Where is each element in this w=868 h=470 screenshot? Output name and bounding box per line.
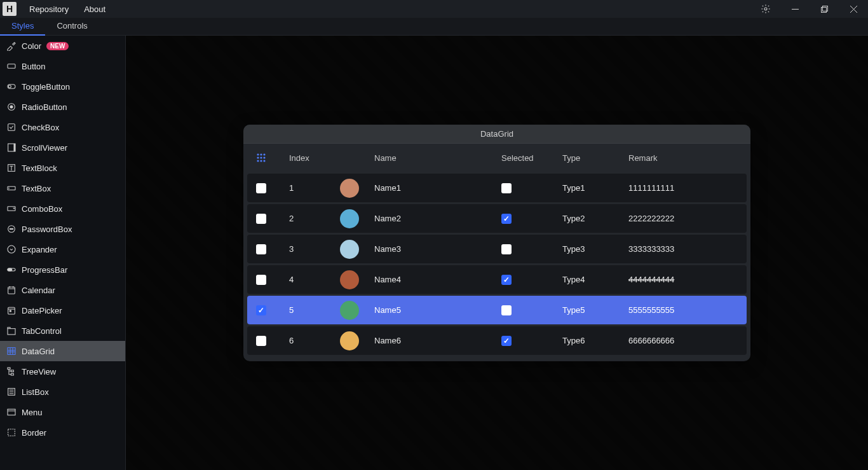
calendar-icon (6, 285, 17, 295)
sidebar-item-label: DataGrid (22, 347, 55, 356)
listbox-icon (6, 387, 17, 397)
minimize-button[interactable] (780, 0, 810, 18)
table-row[interactable]: 1Name1Type11111111111 (247, 174, 747, 202)
row-selected-checkbox[interactable] (501, 244, 512, 254)
sidebar-item-label: ListBox (22, 387, 49, 397)
col-header-remark[interactable]: Remark (628, 153, 750, 163)
row-selected-checkbox[interactable]: ✓ (501, 214, 512, 224)
row-pick-checkbox[interactable] (256, 336, 266, 346)
cell-remark: 5555555555 (628, 305, 747, 315)
svg-point-36 (260, 156, 262, 158)
sidebar-item-label: TextBox (22, 184, 51, 193)
maximize-button[interactable] (810, 0, 839, 18)
table-row[interactable]: 6Name6✓Type66666666666 (247, 326, 747, 355)
expander-icon (6, 244, 17, 254)
sidebar-item-checkbox[interactable]: CheckBox (0, 117, 125, 137)
sidebar-item-label: Button (22, 62, 46, 71)
sidebar-item-treeview[interactable]: TreeView (0, 361, 125, 382)
row-pick-checkbox[interactable] (256, 183, 266, 193)
checkbox-icon (6, 122, 17, 132)
cell-name: Name3 (374, 244, 501, 254)
avatar (340, 240, 359, 259)
tab-controls[interactable]: Controls (45, 18, 98, 36)
sidebar-item-label: RadioButton (22, 102, 67, 112)
sidebar-item-calendar[interactable]: Calendar (0, 280, 125, 300)
table-row[interactable]: ✓5Name5Type55555555555 (247, 296, 747, 324)
datagrid-icon (6, 346, 17, 356)
svg-rect-20 (8, 268, 12, 271)
menu-icon (6, 407, 17, 417)
border-icon (6, 427, 17, 438)
cell-index: 5 (289, 305, 340, 315)
svg-point-32 (257, 153, 259, 155)
table-row[interactable]: 2Name2✓Type22222222222 (247, 204, 747, 233)
svg-point-5 (8, 85, 11, 88)
col-header-type[interactable]: Type (562, 153, 628, 163)
row-selected-checkbox[interactable]: ✓ (501, 275, 512, 285)
app-logo: H (3, 2, 17, 16)
cell-name: Name5 (374, 305, 501, 315)
svg-rect-26 (8, 368, 10, 370)
row-selected-checkbox[interactable] (501, 183, 512, 193)
sidebar-item-datagrid[interactable]: DataGrid (0, 341, 125, 361)
sidebar-item-color[interactable]: ColorNEW (0, 36, 125, 56)
table-row[interactable]: 3Name3Type33333333333 (247, 235, 747, 263)
svg-rect-31 (8, 429, 15, 436)
sidebar-item-menu[interactable]: Menu (0, 402, 125, 422)
avatar (340, 270, 359, 289)
svg-point-40 (263, 160, 265, 162)
col-header-name[interactable]: Name (374, 153, 501, 163)
avatar (340, 301, 359, 320)
sidebar-item-scrollviewer[interactable]: ScrollViewer (0, 137, 125, 158)
row-pick-checkbox[interactable] (256, 214, 266, 224)
svg-rect-28 (11, 373, 13, 375)
sidebar-item-progressbar[interactable]: ProgressBar (0, 259, 125, 280)
menu-repository[interactable]: Repository (23, 0, 75, 18)
sidebar-item-label: Border (22, 428, 46, 438)
settings-button[interactable] (751, 0, 780, 18)
tabcontrol-icon (6, 326, 17, 336)
row-selected-checkbox[interactable]: ✓ (501, 336, 512, 346)
cell-index: 1 (289, 183, 340, 193)
datepicker-icon (6, 305, 17, 315)
sidebar-item-datepicker[interactable]: DatePicker (0, 300, 125, 321)
combobox-icon (6, 204, 17, 214)
row-selected-checkbox[interactable] (501, 305, 512, 315)
svg-rect-9 (8, 144, 14, 151)
menu-about[interactable]: About (78, 0, 112, 18)
sidebar-item-border[interactable]: Border (0, 422, 125, 443)
cell-type: Type5 (562, 305, 628, 315)
svg-rect-8 (8, 124, 15, 131)
row-pick-checkbox[interactable] (256, 275, 266, 285)
avatar (340, 209, 359, 228)
titlebar: H Repository About (0, 0, 868, 18)
sidebar-item-togglebutton[interactable]: ToggleButton (0, 76, 125, 97)
palette-icon (6, 41, 17, 51)
button-icon (6, 61, 17, 71)
col-header-selected[interactable]: Selected (501, 153, 562, 163)
col-header-index[interactable]: Index (289, 153, 340, 163)
sidebar-item-expander[interactable]: Expander (0, 239, 125, 259)
tab-styles[interactable]: Styles (0, 18, 45, 36)
sidebar-item-tabcontrol[interactable]: TabControl (0, 321, 125, 341)
sidebar-item-textblock[interactable]: TextBlock (0, 158, 125, 178)
cell-index: 6 (289, 336, 340, 345)
sidebar-item-label: ComboBox (22, 204, 62, 214)
table-row[interactable]: 4Name4✓Type44444444444 (247, 265, 747, 294)
cell-type: Type6 (562, 336, 628, 345)
cell-index: 2 (289, 214, 340, 223)
cell-remark: 1111111111 (628, 183, 747, 193)
sidebar-item-button[interactable]: Button (0, 56, 125, 76)
sidebar-item-radiobutton[interactable]: RadioButton (0, 97, 125, 117)
cell-name: Name6 (374, 336, 501, 345)
sidebar-item-passwordbox[interactable]: PasswordBox (0, 219, 125, 239)
close-button[interactable] (839, 0, 868, 18)
sidebar-item-label: TreeView (22, 367, 56, 377)
sidebar-item-textbox[interactable]: TextBox (0, 178, 125, 198)
cell-remark: 2222222222 (628, 214, 747, 223)
sidebar-item-listbox[interactable]: ListBox (0, 382, 125, 402)
row-pick-checkbox[interactable]: ✓ (256, 305, 266, 315)
sidebar-item-combobox[interactable]: ComboBox (0, 198, 125, 219)
row-pick-checkbox[interactable] (256, 244, 266, 254)
sidebar-item-label: CheckBox (22, 123, 59, 132)
